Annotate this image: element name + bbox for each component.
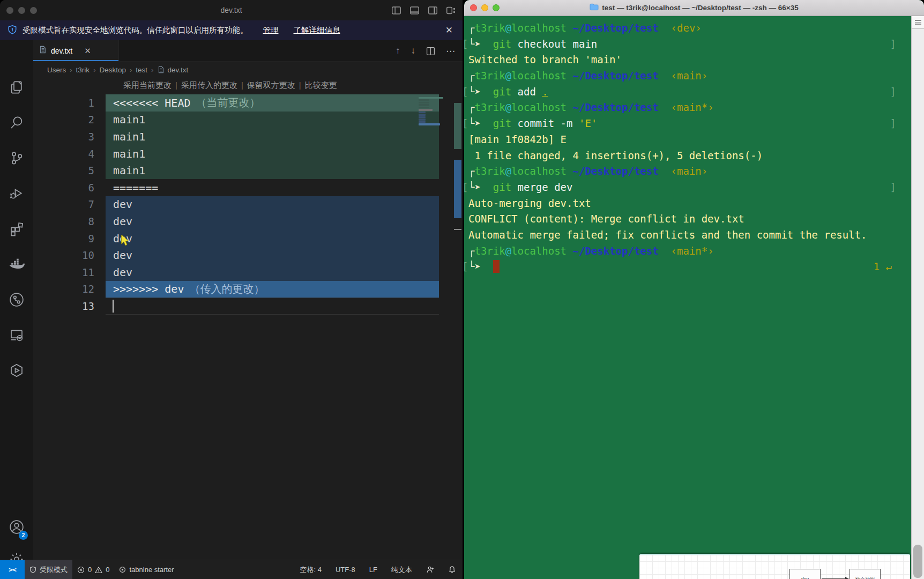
diagram-window[interactable]: dev 独立功能 (639, 554, 910, 579)
editor-line-8[interactable]: 8dev (33, 213, 463, 230)
accounts-icon[interactable]: 2 (0, 516, 33, 538)
tab-close-icon[interactable]: ✕ (84, 46, 91, 56)
line-number: 13 (33, 300, 106, 312)
banner-close-icon[interactable]: ✕ (445, 25, 453, 36)
editor-line-6[interactable]: 6======= (33, 179, 463, 196)
split-editor-icon[interactable] (426, 47, 435, 56)
shield-icon (29, 566, 36, 573)
line-text: dev (106, 247, 439, 264)
codelens-action[interactable]: 采用当前更改 (123, 80, 172, 90)
bell-icon[interactable] (447, 560, 457, 579)
editor-line-13[interactable]: 13 (33, 298, 463, 315)
previous-conflict-icon[interactable]: ↑ (396, 46, 400, 56)
extensions-icon[interactable] (0, 218, 33, 240)
zoom-window-button[interactable] (30, 7, 37, 14)
tabnine-status[interactable]: tabnine starter (114, 560, 178, 579)
restricted-mode-status[interactable]: 受限模式 (25, 560, 72, 579)
remote-explorer-icon[interactable] (0, 324, 33, 346)
terminal-line-11: [└➤ git merge dev] (468, 180, 911, 196)
toggle-panel-icon[interactable] (409, 5, 420, 16)
line-text (106, 298, 439, 315)
editor-line-7[interactable]: 7dev (33, 196, 463, 213)
editor-line-4[interactable]: 4main1 (33, 145, 463, 162)
vscode-window: dev.txt 受限模式旨在实现安全地浏览代码。信任此窗口以启用所有功能。 管理… (0, 0, 463, 579)
overview-cursor-mark (454, 229, 461, 230)
editor-line-9[interactable]: 9dev (33, 230, 463, 247)
breadcrumb-item-users[interactable]: Users (47, 66, 66, 74)
tab-dev-txt[interactable]: dev.txt ✕ (33, 40, 119, 61)
more-actions-icon[interactable]: ⋯ (446, 46, 455, 57)
line-number: 12 (33, 283, 106, 295)
line-number: 1 (33, 97, 106, 109)
editor-line-11[interactable]: 11dev (33, 264, 463, 281)
editor-line-1[interactable]: 1<<<<<<< HEAD（当前更改） (33, 94, 463, 112)
minimize-window-button[interactable] (18, 7, 25, 14)
language-mode-status[interactable]: 纯文本 (390, 560, 413, 579)
breadcrumb-separator: › (151, 66, 153, 74)
package-icon[interactable] (0, 360, 33, 381)
customize-layout-icon[interactable] (446, 5, 456, 16)
banner-learn-more-link[interactable]: 了解详细信息 (294, 25, 340, 35)
mouse-cursor (121, 235, 130, 249)
terminal-line-15: ┌t3rik@localhost ~/Desktop/test ‹main*› (468, 243, 911, 259)
docker-icon[interactable] (0, 254, 33, 275)
next-conflict-icon[interactable]: ↓ (411, 46, 416, 56)
git-graph-icon[interactable] (0, 289, 33, 310)
terminal-window-title: test — t3rik@localhost — ~/Desktop/test … (464, 3, 924, 12)
terminal-line-3: Switched to branch 'main' (468, 52, 911, 68)
close-window-button[interactable] (6, 7, 13, 14)
split-pane-icon[interactable] (912, 16, 924, 29)
flow-node-feature[interactable]: 独立功能 (850, 569, 881, 579)
breadcrumb-separator: › (130, 66, 132, 74)
codelens-action[interactable]: 比较变更 (305, 80, 337, 90)
line-number: 5 (33, 165, 106, 176)
banner-message: 受限模式旨在实现安全地浏览代码。信任此窗口以启用所有功能。 (23, 25, 248, 35)
terminal-line-5: [└➤ git add .] (468, 84, 911, 100)
terminal-line-12: Auto-merging dev.txt (468, 196, 911, 212)
toggle-secondary-sidebar-icon[interactable] (428, 5, 438, 16)
editor-line-3[interactable]: 3main1 (33, 128, 463, 145)
explorer-icon[interactable] (0, 77, 33, 98)
indentation-status[interactable]: 空格: 4 (299, 560, 323, 579)
breadcrumb-item-test[interactable]: test (136, 66, 147, 74)
terminal-content[interactable]: ┌t3rik@localhost ~/Desktop/test ‹dev›[└➤… (464, 16, 911, 579)
editor-line-10[interactable]: 10dev (33, 247, 463, 264)
line-number: 7 (33, 198, 106, 210)
search-icon[interactable] (0, 112, 33, 133)
line-number: 2 (33, 114, 106, 125)
editor-line-12[interactable]: 12>>>>>>> dev（传入的更改） (33, 281, 463, 298)
status-bar: >< 受限模式 0 0 tabnine starter 空格: 4 UTF-8 … (0, 560, 463, 579)
feedback-icon[interactable] (425, 560, 435, 579)
editor-line-2[interactable]: 2main1 (33, 112, 463, 129)
toggle-sidebar-icon[interactable] (391, 5, 401, 16)
terminal-line-7: [└➤ git commit -m 'E'] (468, 116, 911, 132)
breadcrumb-item-desktop[interactable]: Desktop (99, 66, 126, 74)
line-text: <<<<<<< HEAD（当前更改） (106, 94, 439, 112)
source-control-icon[interactable] (0, 147, 33, 169)
overview-ruler[interactable] (453, 78, 463, 560)
line-text: main1 (106, 112, 439, 129)
breadcrumb-item-dev.txt[interactable]: dev.txt (157, 66, 188, 74)
banner-manage-link[interactable]: 管理 (263, 25, 279, 35)
terminal-scrollbar[interactable] (911, 16, 924, 579)
eol-status[interactable]: LF (368, 560, 378, 579)
run-debug-icon[interactable] (0, 183, 33, 204)
remote-indicator[interactable]: >< (0, 560, 25, 579)
tabnine-icon (119, 566, 126, 573)
flow-node-dev[interactable]: dev (789, 569, 821, 579)
encoding-status[interactable]: UTF-8 (334, 560, 356, 579)
terminal-line-9: 1 file changed, 4 insertions(+), 5 delet… (468, 148, 911, 164)
restricted-mode-banner: 受限模式旨在实现安全地浏览代码。信任此窗口以启用所有功能。 管理 了解详细信息 … (0, 20, 463, 40)
codelens-action[interactable]: 保留双方更改 (247, 80, 295, 90)
breadcrumb-item-t3rik[interactable]: t3rik (76, 66, 90, 74)
line-text: dev (106, 264, 439, 281)
editor-line-5[interactable]: 5main1 (33, 162, 463, 179)
line-text: dev (106, 213, 439, 230)
codelens-action[interactable]: 采用传入的更改 (181, 80, 237, 90)
scrollbar-thumb[interactable] (913, 545, 922, 578)
line-number: 11 (33, 266, 106, 278)
line-number: 8 (33, 216, 106, 227)
minimap[interactable] (419, 97, 453, 128)
account-badge: 2 (19, 531, 28, 540)
problems-status[interactable]: 0 0 (72, 560, 114, 579)
